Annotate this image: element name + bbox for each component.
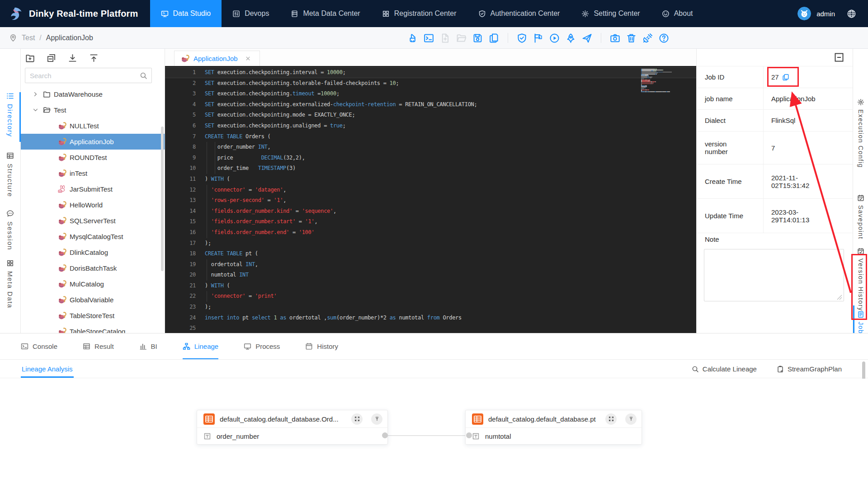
language-globe-icon[interactable]	[847, 9, 856, 19]
tree-item-globalvariable[interactable]: GlobalVariable	[21, 292, 165, 308]
bottom-tab-history[interactable]: History	[305, 333, 338, 359]
edge-dot-target[interactable]	[466, 432, 472, 438]
run-icon[interactable]	[549, 33, 560, 43]
collapse-all-icon[interactable]	[47, 53, 56, 63]
tree-item-datawarehouse[interactable]: DataWarehouse	[21, 86, 165, 102]
tree-item-roundtest[interactable]: ROUNDTest	[21, 150, 165, 165]
bottom-tab-label: Result	[94, 343, 114, 350]
lineage-node-pt[interactable]: default_catalog.default_database.ptnumto…	[465, 410, 642, 445]
flag-icon[interactable]	[533, 33, 543, 43]
collapse-fields-button[interactable]	[371, 413, 382, 425]
collapse-panel-icon[interactable]	[834, 52, 844, 62]
note-textarea[interactable]	[704, 249, 844, 301]
tree-scrollbar[interactable]	[161, 127, 164, 271]
lineage-node-header[interactable]: default_catalog.default_database.pt	[466, 410, 642, 427]
save-icon[interactable]	[472, 33, 483, 43]
nav-item-setting-center[interactable]: Setting Center	[571, 0, 651, 27]
nav-item-data-studio[interactable]: Data Studio	[150, 0, 222, 27]
snapshot-icon[interactable]	[610, 33, 620, 43]
bottom-tab-lineage[interactable]: Lineage	[183, 333, 218, 359]
rail-tab-structure[interactable]: Structure	[0, 152, 20, 197]
lineage-canvas[interactable]: default_catalog.default_database.Ord...o…	[0, 379, 868, 488]
tree-item-applicationjob[interactable]: ApplicationJob	[21, 134, 165, 150]
tree-item-label: DorisBatchTask	[70, 264, 117, 272]
close-tab-icon[interactable]	[245, 56, 250, 61]
launch-icon[interactable]	[566, 33, 576, 43]
folder-icon	[43, 90, 51, 98]
lineage-field-numtotal[interactable]: numtotal	[466, 427, 642, 444]
tree-item-nulltest[interactable]: NULLTest	[21, 118, 165, 134]
new-folder-icon[interactable]	[25, 53, 35, 63]
copy-icon[interactable]	[782, 74, 789, 81]
nav-item-authentication-center[interactable]: Authentication Center	[467, 0, 571, 27]
upload-icon[interactable]	[89, 53, 99, 63]
tab-lineage-analysis[interactable]: Lineage Analysis	[21, 360, 74, 378]
tree-item-mulcatalog[interactable]: MulCatalog	[21, 276, 165, 292]
rail-tab-directory[interactable]: Directory	[0, 92, 20, 137]
bottom-tab-result[interactable]: Result	[83, 333, 114, 359]
validate-icon[interactable]	[517, 33, 527, 43]
expand-node-button[interactable]	[605, 413, 617, 425]
help-icon[interactable]	[659, 33, 669, 43]
tree-item-label: NULLTest	[70, 122, 99, 130]
tree-item-dorisbatchtask[interactable]: DorisBatchTask	[21, 260, 165, 276]
expand-node-button[interactable]	[351, 413, 363, 425]
editor-minimap[interactable]	[641, 69, 692, 94]
panel-tab-version-history[interactable]: Version History	[853, 248, 868, 311]
tree-item-mysqlcatalogtest[interactable]: MysqlCatalogTest	[21, 229, 165, 244]
breadcrumb-job[interactable]: ApplicationJob	[46, 34, 93, 42]
nav-item-devops[interactable]: Devops	[222, 0, 280, 27]
nav-item-registration-center[interactable]: Registration Center	[371, 0, 467, 27]
bottom-tab-process[interactable]: Process	[244, 333, 280, 359]
nav-item-meta-data-center[interactable]: Meta Data Center	[280, 0, 371, 27]
nav-item-label: Registration Center	[394, 9, 457, 18]
tree-item-tablestoretest[interactable]: TableStoreTest	[21, 308, 165, 324]
export-icon[interactable]	[489, 33, 499, 43]
collapse-fields-button[interactable]	[625, 413, 637, 425]
api-icon[interactable]	[642, 33, 653, 43]
breadcrumb-folder[interactable]: Test	[22, 34, 35, 42]
job-info-label: Dialect	[697, 110, 764, 131]
tree-item-dlinkcatalog[interactable]: DlinkCatalog	[21, 244, 165, 260]
rail-tab-session[interactable]: Session	[0, 210, 20, 250]
code-line-9: 9 price DECIMAL(32,2),	[165, 153, 696, 164]
code-text: );	[196, 238, 211, 249]
code-text	[196, 323, 205, 333]
tree-item-test[interactable]: Test	[21, 102, 165, 118]
tree-item-jarsubmittest[interactable]: JARJarSubmitTest	[21, 181, 165, 197]
code-text: CREATE TABLE Orders (	[196, 131, 270, 142]
bottom-tab-console[interactable]: Console	[21, 333, 57, 359]
console-icon[interactable]	[424, 33, 434, 43]
tree-item-intest[interactable]: inTest	[21, 165, 165, 181]
brand[interactable]: Dinky Real-time Platform	[0, 0, 150, 27]
lineage-node-orders[interactable]: default_catalog.default_database.Ord...o…	[197, 410, 388, 445]
clean-icon[interactable]	[407, 33, 418, 43]
action-calculate-lineage[interactable]: Calculate Lineage	[692, 365, 757, 373]
line-number: 14	[165, 206, 196, 217]
chevron-right-icon[interactable]	[33, 91, 38, 97]
panel-tab-savepoint[interactable]: Savepoint	[853, 194, 868, 239]
lineage-node-header[interactable]: default_catalog.default_database.Ord...	[197, 410, 387, 427]
lineage-field-order-number[interactable]: order_number	[197, 427, 387, 444]
panel-tab-execution-config[interactable]: Execution Config	[853, 99, 868, 168]
sql-editor[interactable]: 1SET execution.checkpointing.interval = …	[165, 66, 696, 333]
delete-icon[interactable]	[626, 33, 637, 43]
code-text: 'fields.order_number.kind' = 'sequence',	[196, 206, 336, 217]
submit-icon[interactable]	[582, 33, 592, 43]
tree-item-sqlservertest[interactable]: SQLServerTest	[21, 213, 165, 229]
editor-tab-applicationjob[interactable]: ApplicationJob	[174, 51, 260, 66]
download-icon[interactable]	[68, 53, 77, 63]
action-streamgraphplan[interactable]: StreamGraphPlan	[777, 365, 842, 373]
tree-item-tablestorecatalog[interactable]: TableStoreCatalog	[21, 324, 165, 333]
edge-dot-source[interactable]	[382, 432, 388, 438]
nav-item-about[interactable]: About	[651, 0, 704, 27]
search-input[interactable]	[25, 72, 140, 80]
user-name[interactable]: admin	[816, 10, 835, 18]
search-icon[interactable]	[140, 72, 147, 80]
tree-item-helloworld[interactable]: HelloWorld	[21, 197, 165, 213]
avatar[interactable]	[797, 7, 811, 20]
bottom-tab-bi[interactable]: BI	[139, 333, 157, 359]
nav-item-label: Meta Data Center	[303, 9, 360, 18]
rail-tab-meta-data[interactable]: Meta Data	[0, 259, 20, 309]
chevron-down-icon[interactable]	[33, 107, 38, 113]
